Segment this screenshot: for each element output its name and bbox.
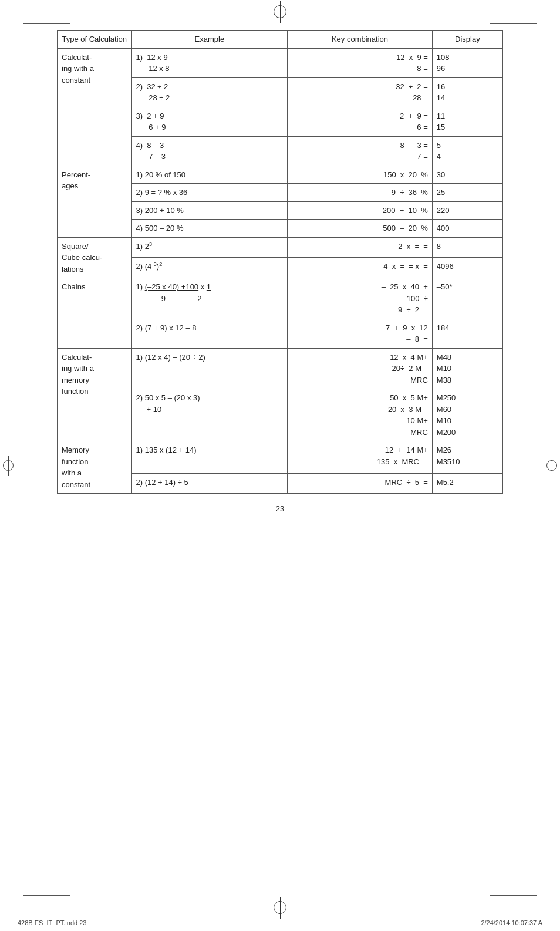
example-cell-pct-2: 2) 9 = ? % x 36 bbox=[131, 184, 288, 202]
display-cell-mc-1: M26M3510 bbox=[432, 441, 502, 474]
table-row: Calculat-ing with aconstant 1) 12 x 9 12… bbox=[58, 48, 503, 77]
example-cell-sq-1: 1) 23 bbox=[131, 237, 288, 258]
key-cell-mc-2: MRC ÷ 5 = bbox=[288, 474, 433, 494]
key-cell-sq-1: 2 x = = bbox=[288, 237, 433, 258]
page-number: 23 bbox=[57, 494, 503, 519]
key-cell-mc-1: 12 + 14 M+135 x MRC = bbox=[288, 441, 433, 474]
example-cell-const-2: 2) 32 ÷ 2 28 ÷ 2 bbox=[131, 77, 288, 107]
display-cell-chain-2: 184 bbox=[432, 319, 502, 348]
type-cell-chains: Chains bbox=[58, 278, 132, 349]
key-cell-mem-1: 12 x 4 M+20÷ 2 M – MRC bbox=[288, 348, 433, 389]
page: Type of Calculation Example Key combinat… bbox=[0, 0, 560, 931]
content-area: Type of Calculation Example Key combinat… bbox=[57, 24, 503, 895]
display-cell-const-3: 1115 bbox=[432, 107, 502, 136]
display-cell-const-4: 54 bbox=[432, 136, 502, 166]
display-cell-pct-3: 220 bbox=[432, 201, 502, 220]
display-cell-mem-1: M48M10M38 bbox=[432, 348, 502, 389]
example-cell-mc-2: 2) (12 + 14) ÷ 5 bbox=[131, 474, 288, 494]
example-cell-pct-4: 4) 500 – 20 % bbox=[131, 220, 288, 238]
example-cell-sq-2: 2) (4 3)2 bbox=[131, 258, 288, 278]
display-cell-pct-2: 25 bbox=[432, 184, 502, 202]
key-cell-const-3: 2 + 9 = 6 = bbox=[288, 107, 433, 136]
key-cell-pct-1: 150 x 20 % bbox=[288, 166, 433, 184]
key-cell-mem-2: 50 x 5 M+20 x 3 M – 10 M+ MRC bbox=[288, 389, 433, 441]
example-cell-mem-1: 1) (12 x 4) – (20 ÷ 2) bbox=[131, 348, 288, 389]
reg-circle-top bbox=[274, 5, 286, 18]
example-cell-const-1: 1) 12 x 9 12 x 8 bbox=[131, 48, 288, 77]
display-cell-pct-1: 30 bbox=[432, 166, 502, 184]
example-cell-mc-1: 1) 135 x (12 + 14) bbox=[131, 441, 288, 474]
table-header-row: Type of Calculation Example Key combinat… bbox=[58, 31, 503, 49]
type-cell-percent: Percent-ages bbox=[58, 166, 132, 237]
type-cell-constant: Calculat-ing with aconstant bbox=[58, 48, 132, 166]
example-cell-const-4: 4) 8 – 3 7 – 3 bbox=[131, 136, 288, 166]
table-row: Chains 1) (–25 x 40) +100 x 1 9 2 – 25 x… bbox=[58, 278, 503, 319]
header-display: Display bbox=[432, 31, 502, 49]
display-cell-pct-4: 400 bbox=[432, 220, 502, 238]
key-cell-chain-2: 7 + 9 x 12 – 8 = bbox=[288, 319, 433, 348]
reg-mark-right bbox=[546, 460, 557, 471]
reg-circle-right bbox=[546, 460, 557, 471]
key-cell-pct-3: 200 + 10 % bbox=[288, 201, 433, 220]
table-row: Square/Cube calcu-lations 1) 23 2 x = = … bbox=[58, 237, 503, 258]
calculation-table: Type of Calculation Example Key combinat… bbox=[57, 30, 503, 494]
table-row: Calculat-ing with amemoryfunction 1) (12… bbox=[58, 348, 503, 389]
example-cell-const-3: 3) 2 + 9 6 + 9 bbox=[131, 107, 288, 136]
table-row: Memoryfunctionwith aconstant 1) 135 x (1… bbox=[58, 441, 503, 474]
key-cell-const-4: 8 – 3 = 7 = bbox=[288, 136, 433, 166]
example-cell-pct-1: 1) 20 % of 150 bbox=[131, 166, 288, 184]
key-cell-const-1: 12 x 9 = 8 = bbox=[288, 48, 433, 77]
display-cell-chain-1: –50* bbox=[432, 278, 502, 319]
display-cell-mc-2: M5.2 bbox=[432, 474, 502, 494]
header-example: Example bbox=[131, 31, 288, 49]
header-key: Key combination bbox=[288, 31, 433, 49]
key-cell-pct-2: 9 ÷ 36 % bbox=[288, 184, 433, 202]
type-cell-square: Square/Cube calcu-lations bbox=[58, 237, 132, 278]
footer-right: 2/24/2014 10:07:37 A bbox=[481, 919, 542, 926]
reg-mark-left bbox=[3, 460, 14, 471]
display-cell-mem-2: M250M60M10M200 bbox=[432, 389, 502, 441]
reg-circle-bottom bbox=[274, 901, 286, 914]
display-cell-sq-1: 8 bbox=[432, 237, 502, 258]
header-type: Type of Calculation bbox=[58, 31, 132, 49]
type-cell-memory: Calculat-ing with amemoryfunction bbox=[58, 348, 132, 441]
footer: 428B ES_IT_PT.indd 23 2/24/2014 10:07:37… bbox=[0, 919, 560, 931]
key-cell-chain-1: – 25 x 40 + 100 ÷9 ÷ 2 = bbox=[288, 278, 433, 319]
table-row: Percent-ages 1) 20 % of 150 150 x 20 % 3… bbox=[58, 166, 503, 184]
reg-mark-top bbox=[0, 0, 560, 23]
display-cell-sq-2: 4096 bbox=[432, 258, 502, 278]
example-cell-chain-1: 1) (–25 x 40) +100 x 1 9 2 bbox=[131, 278, 288, 319]
example-cell-pct-3: 3) 200 + 10 % bbox=[131, 201, 288, 220]
display-cell-const-1: 10896 bbox=[432, 48, 502, 77]
reg-circle-left bbox=[3, 460, 14, 471]
example-cell-mem-2: 2) 50 x 5 – (20 x 3) + 10 bbox=[131, 389, 288, 441]
reg-mark-bottom bbox=[0, 896, 560, 919]
type-cell-memconst: Memoryfunctionwith aconstant bbox=[58, 441, 132, 494]
key-cell-sq-2: 4 x = = x = bbox=[288, 258, 433, 278]
display-cell-const-2: 1614 bbox=[432, 77, 502, 107]
key-cell-const-2: 32 ÷ 2 = 28 = bbox=[288, 77, 433, 107]
example-cell-chain-2: 2) (7 + 9) x 12 – 8 bbox=[131, 319, 288, 348]
footer-left: 428B ES_IT_PT.indd 23 bbox=[18, 919, 86, 926]
key-cell-pct-4: 500 – 20 % bbox=[288, 220, 433, 238]
